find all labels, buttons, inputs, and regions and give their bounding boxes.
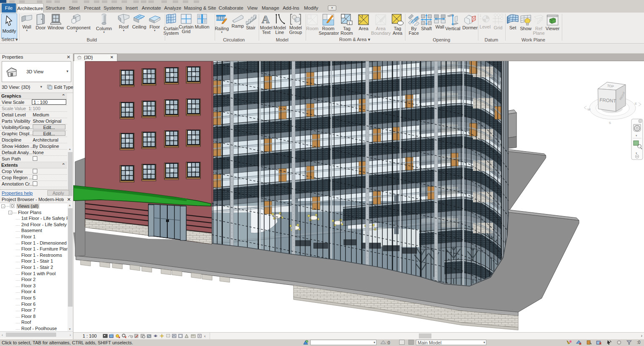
svg-text:1: 1: [348, 21, 351, 25]
svg-text:S: S: [609, 121, 611, 125]
svg-text:1: 1: [480, 14, 481, 17]
svg-text::0: :0: [387, 341, 390, 345]
svg-text:A: A: [262, 13, 270, 25]
svg-text:W: W: [587, 108, 591, 111]
svg-text:▾: ▾: [636, 134, 637, 137]
svg-text:E: E: [635, 102, 637, 106]
svg-text:▾: ▾: [636, 152, 637, 155]
